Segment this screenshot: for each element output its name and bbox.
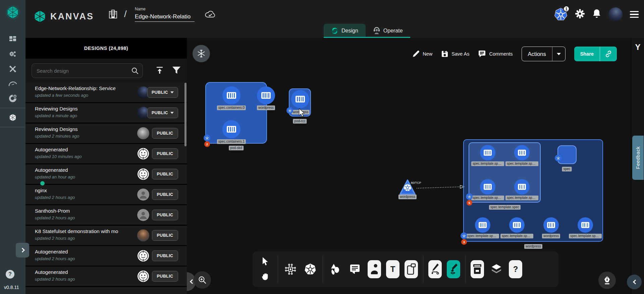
design-list-item-partial[interactable]	[25, 287, 187, 294]
help-tool[interactable]: ?	[509, 260, 522, 278]
container-node[interactable]	[222, 86, 240, 104]
dock-toggle-button[interactable]	[627, 275, 642, 289]
design-list-item[interactable]: Autogenerated updated an hour ago PUBLIC	[25, 164, 187, 184]
design-list-item[interactable]: nginx updated 2 hours ago PUBLIC	[25, 185, 187, 204]
visibility-badge[interactable]: PUBLIC	[152, 230, 178, 241]
design-list-item[interactable]: Edge-Network-Relationship: Service updat…	[25, 83, 187, 102]
node-deployment-wordpress[interactable]: spec.template.spec.s... spec.template.sp…	[463, 139, 603, 242]
text-tool[interactable]: T	[386, 260, 399, 278]
container-node[interactable]	[514, 179, 530, 195]
visibility-badge[interactable]: PUBLIC	[152, 148, 178, 159]
select-tool[interactable]	[258, 255, 273, 268]
sidebar-item-performance[interactable]	[0, 76, 25, 91]
node-label: wordpress	[398, 195, 417, 199]
frame-tool[interactable]	[405, 260, 418, 278]
visibility-badge[interactable]: PUBLIC	[147, 87, 178, 98]
actions-label[interactable]: Actions	[522, 47, 552, 61]
container-icon	[518, 150, 526, 156]
design-list-scrollbar[interactable]	[184, 83, 186, 146]
comments-button[interactable]: Comments	[478, 50, 513, 58]
design-name: Reviewing Designs	[35, 126, 125, 132]
design-list-item[interactable]: K8 Statefulset demonstration with mo upd…	[25, 226, 187, 245]
tab-operate[interactable]: Operate	[366, 24, 410, 38]
group-label: spec.template.spec	[489, 205, 521, 210]
design-search-box[interactable]	[32, 63, 143, 78]
sidebar-item-dashboard[interactable]	[0, 32, 25, 47]
container-node[interactable]	[480, 179, 495, 195]
pen-icon	[431, 263, 439, 276]
organization-icon[interactable]	[108, 9, 118, 21]
pen-tool[interactable]	[428, 260, 442, 278]
share-split-button[interactable]: Share	[574, 47, 617, 61]
tab-design[interactable]: Design	[324, 24, 366, 38]
kanvas-brand[interactable]: KANVAS	[33, 9, 94, 23]
zoom-button[interactable]	[194, 271, 211, 289]
container-node[interactable]	[543, 217, 559, 233]
kubernetes-tool[interactable]	[303, 260, 318, 278]
notifications-button[interactable]	[592, 9, 601, 20]
actions-dropdown-toggle[interactable]	[552, 47, 565, 61]
node-spec[interactable]	[557, 145, 577, 164]
actions-split-button[interactable]: Actions	[522, 47, 566, 61]
visibility-badge[interactable]: PUBLIC	[152, 210, 178, 220]
sidebar-item-extensions[interactable]	[0, 91, 25, 106]
container-node[interactable]	[222, 120, 240, 138]
design-list-item[interactable]: Reviewing Designs updated 2 minutes ago …	[25, 124, 187, 143]
visibility-badge[interactable]: PUBLIC	[152, 250, 178, 261]
node-pod-skd[interactable]: spec.containers.0 wordpress spec.contain…	[205, 82, 267, 144]
signature-button[interactable]	[598, 272, 616, 289]
sticker-tool[interactable]	[368, 260, 381, 278]
feedback-tab[interactable]: Feedback	[632, 136, 644, 180]
node-spec-template[interactable]: spec.template.spec.s... spec.template.sp…	[469, 142, 541, 203]
container-node[interactable]	[480, 145, 495, 160]
design-list-item[interactable]: Autogenerated updated 2 hours ago PUBLIC	[25, 267, 187, 286]
archive-tool[interactable]	[471, 260, 484, 278]
meshery-logo-icon[interactable]	[5, 5, 20, 20]
container-node[interactable]	[514, 145, 530, 160]
component-tool[interactable]	[283, 260, 298, 278]
error-count-badge: 3	[461, 239, 467, 245]
new-button[interactable]: New	[412, 50, 432, 58]
shapes-tool[interactable]	[328, 260, 343, 278]
container-node[interactable]	[475, 217, 490, 233]
design-list-item[interactable]: Autogenerated updated 2 hours ago PUBLIC	[25, 246, 187, 266]
share-label[interactable]: Share	[574, 47, 600, 61]
visibility-badge[interactable]: PUBLIC	[152, 189, 178, 200]
menu-button[interactable]	[630, 11, 639, 18]
pan-tool[interactable]	[258, 271, 273, 283]
container-node[interactable]	[578, 217, 593, 233]
container-node[interactable]	[509, 217, 525, 233]
visibility-badge[interactable]: PUBLIC	[152, 128, 178, 139]
design-canvas[interactable]: New Save As Comments Actions	[187, 38, 631, 294]
copy-link-button[interactable]	[600, 47, 617, 61]
comment-tool[interactable]	[348, 260, 363, 278]
help-button[interactable]: ?	[6, 270, 14, 279]
filter-icon[interactable]	[172, 66, 181, 74]
snowflake-icon	[197, 49, 206, 58]
settings-button[interactable]	[575, 9, 585, 20]
design-name-input[interactable]	[135, 13, 195, 22]
container-node[interactable]	[291, 90, 309, 108]
sidebar-item-kanvas[interactable]	[0, 110, 25, 125]
sidebar-item-configuration[interactable]	[0, 62, 25, 76]
import-design-icon[interactable]	[155, 66, 164, 75]
kubernetes-context-chip[interactable]: 1	[554, 8, 568, 21]
layers-tool[interactable]	[489, 260, 504, 278]
expand-drawer-button[interactable]	[16, 243, 29, 258]
design-name: Autogenerated	[35, 147, 125, 152]
design-search-input[interactable]	[36, 68, 131, 74]
design-list-item[interactable]: Reviewing Designs updated a minute ago P…	[25, 103, 187, 123]
design-name: Autogenerated	[35, 269, 125, 275]
design-list-item[interactable]: Autogenerated updated 10 minutes ago PUB…	[25, 144, 187, 163]
visibility-badge[interactable]: PUBLIC	[152, 271, 178, 282]
user-avatar[interactable]	[608, 7, 623, 21]
visibility-badge[interactable]: PUBLIC	[147, 107, 178, 118]
sidebar-item-lifecycle[interactable]	[0, 47, 25, 62]
canvas-menu-button[interactable]	[193, 45, 210, 62]
draw-tool[interactable]	[447, 260, 460, 278]
save-as-button[interactable]: Save As	[441, 50, 469, 58]
validator-icon[interactable]: Y	[631, 43, 644, 52]
design-list-item[interactable]: Santhosh-Prom updated 2 hours ago PUBLIC	[25, 205, 187, 225]
container-node[interactable]	[257, 86, 275, 104]
visibility-badge[interactable]: PUBLIC	[152, 169, 178, 179]
